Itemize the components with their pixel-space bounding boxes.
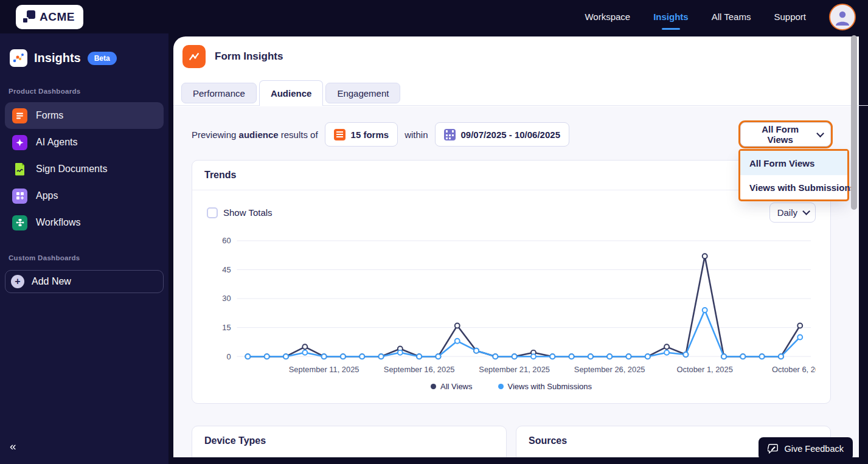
legend-dot — [431, 384, 436, 389]
insights-app-icon — [10, 49, 27, 67]
nav-all-teams[interactable]: All Teams — [712, 12, 751, 22]
card-title: Sources — [529, 435, 567, 446]
svg-text:October 1, 2025: October 1, 2025 — [677, 365, 733, 374]
sidebar-title: Insights — [34, 51, 81, 65]
sidebar-item-label: Workflows — [36, 217, 81, 228]
person-icon — [834, 9, 851, 26]
feedback-icon — [768, 443, 779, 454]
view-select-wrap: All Form Views All Form Views Views with… — [740, 122, 831, 147]
dropdown-option-all-form-views[interactable]: All Form Views — [740, 151, 847, 175]
trends-card: Trends Show Totals Daily 015304560Septem… — [192, 160, 831, 404]
give-feedback-button[interactable]: Give Feedback — [759, 437, 853, 460]
sidebar-item-label: Apps — [36, 190, 58, 201]
main-panel: Form Insights Performance Audience Engag… — [173, 36, 859, 464]
svg-text:60: 60 — [222, 236, 231, 245]
section-product-dashboards: Product Dashboards — [0, 88, 168, 95]
chevron-down-icon — [802, 207, 810, 215]
svg-text:October 6, 2025: October 6, 2025 — [772, 365, 816, 374]
sidebar-item-forms[interactable]: Forms — [5, 102, 164, 129]
sidebar-item-label: Sign Documents — [36, 164, 107, 175]
sidebar-item-workflows[interactable]: Workflows — [5, 209, 164, 236]
view-type-select[interactable]: All Form Views — [740, 122, 831, 147]
svg-text:0: 0 — [226, 352, 231, 361]
forms-filter-button[interactable]: 15 forms — [325, 122, 398, 147]
avatar[interactable] — [829, 4, 856, 30]
sidebar-header: Insights Beta — [0, 33, 168, 67]
forms-icon — [12, 108, 27, 123]
trends-title: Trends — [192, 161, 830, 190]
sidebar-item-apps[interactable]: Apps — [5, 182, 164, 209]
chart-legend: All ViewsViews with Submissions — [207, 382, 816, 393]
preview-description: Previewing audience results of — [192, 130, 318, 140]
device-types-card: Device Types — [192, 426, 507, 462]
tab-audience[interactable]: Audience — [259, 80, 324, 106]
acme-logo[interactable]: ACME — [16, 5, 83, 29]
top-navigation: Workspace Insights All Teams Support — [585, 4, 856, 30]
tab-engagement[interactable]: Engagement — [325, 83, 400, 103]
acme-logo-text: ACME — [40, 10, 75, 24]
add-new-label: Add New — [32, 276, 71, 287]
legend-item: All Views — [431, 382, 473, 391]
form-icon — [334, 129, 345, 140]
tabs: Performance Audience Engagement — [181, 80, 859, 106]
ai-agents-icon — [12, 135, 27, 150]
trends-body: Show Totals Daily 015304560September 11,… — [192, 190, 830, 403]
content-area: Previewing audience results of 15 forms … — [173, 106, 859, 464]
nav-support[interactable]: Support — [774, 12, 806, 22]
chart-controls: Show Totals Daily — [207, 203, 816, 223]
svg-text:September 11, 2025: September 11, 2025 — [289, 365, 359, 374]
nav-workspace[interactable]: Workspace — [585, 12, 630, 22]
within-label: within — [404, 130, 428, 140]
dropdown-option-views-with-submissions[interactable]: Views with Submissions — [740, 175, 847, 199]
svg-text:September 26, 2025: September 26, 2025 — [574, 365, 645, 374]
svg-text:September 21, 2025: September 21, 2025 — [479, 365, 550, 374]
legend-dot — [498, 384, 504, 389]
sidebar-item-sign-documents[interactable]: Sign Documents — [5, 156, 164, 182]
interval-select[interactable]: Daily — [769, 203, 816, 223]
apps-icon — [12, 189, 27, 204]
sidebar: Insights Beta Product Dashboards Forms A… — [0, 33, 168, 464]
page-header: Form Insights — [173, 36, 859, 68]
viewport-bottom-strip — [173, 457, 859, 464]
beta-badge: Beta — [88, 52, 117, 65]
chevron-down-icon — [817, 130, 824, 137]
trends-chart: 015304560September 11, 2025September 16,… — [207, 234, 816, 377]
workflows-icon — [12, 215, 27, 230]
legend-item: Views with Submissions — [498, 382, 592, 391]
tab-performance[interactable]: Performance — [181, 83, 257, 103]
card-title: Device Types — [204, 435, 266, 446]
vertical-scrollbar-thumb[interactable] — [851, 35, 857, 210]
acme-logo-icon — [22, 10, 35, 24]
add-new-button[interactable]: + Add New — [5, 270, 164, 293]
sign-documents-icon — [12, 162, 27, 177]
section-custom-dashboards: Custom Dashboards — [0, 254, 168, 261]
calendar-icon — [444, 129, 456, 140]
svg-text:45: 45 — [222, 265, 231, 274]
sidebar-nav-list: Forms AI Agents Sign Documents Apps Work… — [5, 102, 164, 236]
view-type-dropdown-menu: All Form Views Views with Submissions — [740, 151, 847, 199]
plus-icon: + — [11, 275, 24, 288]
sidebar-item-ai-agents[interactable]: AI Agents — [5, 129, 164, 156]
sidebar-item-label: AI Agents — [36, 137, 78, 148]
page-title: Form Insights — [215, 50, 283, 63]
bottom-cards-row: Device Types Sources — [192, 426, 831, 462]
filter-row: Previewing audience results of 15 forms … — [192, 122, 831, 147]
show-totals-checkbox[interactable] — [207, 207, 218, 218]
topbar: ACME Workspace Insights All Teams Suppor… — [0, 0, 868, 33]
sidebar-item-label: Forms — [36, 110, 63, 121]
form-insights-icon — [182, 45, 206, 68]
svg-text:September 16, 2025: September 16, 2025 — [384, 365, 455, 374]
date-range-button[interactable]: 09/07/2025 - 10/06/2025 — [435, 122, 569, 147]
nav-insights[interactable]: Insights — [653, 12, 689, 22]
svg-text:30: 30 — [222, 294, 231, 303]
svg-text:15: 15 — [222, 323, 231, 332]
show-totals-label: Show Totals — [223, 207, 273, 218]
sidebar-collapse-icon[interactable]: « — [10, 440, 16, 453]
line-chart: 015304560September 11, 2025September 16,… — [207, 234, 816, 377]
